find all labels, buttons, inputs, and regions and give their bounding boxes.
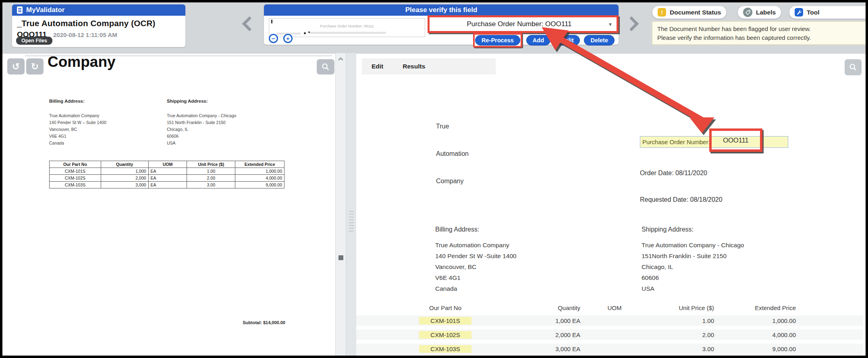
billing-address: True Automation Company 140 Pender St W … xyxy=(435,240,517,294)
document-status-button[interactable]: ! Document Status xyxy=(652,6,727,19)
splitter-grip-icon xyxy=(349,211,354,233)
po-value-highlight-box: OOO111 xyxy=(709,128,762,152)
doc-word-automation: Automation xyxy=(436,150,469,157)
chevron-down-icon: ▾ xyxy=(609,21,612,27)
labels-button[interactable]: Labels xyxy=(737,6,781,19)
left-panel-scrollbar[interactable] xyxy=(335,53,346,356)
scanned-subtotal: Subtotal: $14,000.00 xyxy=(176,320,285,325)
scanned-line-items-table: Our Part No Quantity UOM Unit Price ($) … xyxy=(49,161,284,188)
field-snippet-preview: Purchase Order Number: 00111 xyxy=(269,18,425,37)
review-notice: The Document Number has been flagged for… xyxy=(652,21,866,45)
snippet-zoom-in-button[interactable]: + xyxy=(283,34,293,43)
exclamation-icon: ! xyxy=(658,8,666,17)
line-items-table: Our Part No Quantity UOM Unit Price ($) … xyxy=(356,302,863,356)
scanned-billing-heading: Billing Address: xyxy=(49,99,85,103)
rotate-left-button[interactable]: ↺ xyxy=(7,58,25,74)
scanned-shipping-address: True Automation Company - Chicago 151 No… xyxy=(167,112,236,147)
tools-button[interactable]: Tool xyxy=(789,6,866,19)
doc-word-true: True xyxy=(436,123,449,130)
snippet-zoom-out-button[interactable]: − xyxy=(269,34,278,43)
snippet-text: Purchase Order Number: 00111 xyxy=(269,24,425,28)
previous-field-button[interactable] xyxy=(242,17,257,31)
table-header-row: Our Part No Quantity UOM Unit Price ($) … xyxy=(50,161,284,168)
document-icon xyxy=(17,6,23,14)
field-value-text: Purchase Order Number: OOO111 xyxy=(430,20,609,28)
verify-title: Please verify this field xyxy=(405,6,478,14)
table-row: CXM-103S 3,000 EA 3.00 9,000.00 xyxy=(50,182,284,188)
app-frame: MyValidator _True Automation Company (OC… xyxy=(2,2,866,356)
part-number-highlight: CXM-102S xyxy=(419,331,471,339)
table-row[interactable]: CXM-101S 1,000 EA 1.00 1,000.00 xyxy=(356,315,863,326)
add-button[interactable]: Add xyxy=(526,35,550,46)
rotate-right-button[interactable]: ↻ xyxy=(26,58,44,74)
table-row: CXM-102S 2,000 EA 2.00 4,000.00 xyxy=(50,175,284,182)
po-number-label: Purchase Order Number: xyxy=(642,139,710,145)
table-row[interactable]: CXM-103S 3,000 EA 3.00 9,000.00 xyxy=(356,344,863,354)
document-image-panel: ↺ ↻ Company Billing Address: Shipping Ad… xyxy=(2,53,335,356)
split-button[interactable]: Split xyxy=(554,35,580,46)
panel-splitter[interactable] xyxy=(346,53,356,356)
scanned-shipping-heading: Shipping Address: xyxy=(167,99,208,103)
field-value-dropdown[interactable]: Purchase Order Number: OOO111 ▾ xyxy=(428,15,619,33)
part-number-highlight: CXM-103S xyxy=(419,345,471,353)
extracted-document-panel: Edit Results True Automation Company Pur… xyxy=(356,53,866,356)
table-header-row: Our Part No Quantity UOM Unit Price ($) … xyxy=(359,302,804,313)
open-files-button[interactable]: Open Files xyxy=(16,37,52,45)
verify-card-header: Please verify this field xyxy=(264,4,619,16)
document-info-card: MyValidator _True Automation Company (OC… xyxy=(12,4,185,47)
next-field-button[interactable] xyxy=(624,17,639,31)
part-number-highlight: CXM-101S xyxy=(419,317,471,325)
search-zoom-icon[interactable] xyxy=(317,59,334,74)
po-number-value: OOO111 xyxy=(723,137,749,144)
requested-date: Requested Date: 08/18/2020 xyxy=(640,196,723,203)
shipping-heading: Shipping Address: xyxy=(642,226,694,233)
validator-app: MyValidator _True Automation Company (OC… xyxy=(0,0,868,358)
search-zoom-icon[interactable] xyxy=(845,59,862,75)
table-row[interactable]: CXM-102S 2,000 EA 2.00 4,000.00 xyxy=(356,329,863,340)
delete-button[interactable]: Delete xyxy=(584,35,615,46)
validator-card-header: MyValidator xyxy=(12,4,185,16)
right-panel-tabs: Edit Results xyxy=(362,58,496,74)
notice-line-2: Please verify the information has been c… xyxy=(657,33,863,42)
scanned-billing-address: True Automation Company 140 Pender St W … xyxy=(49,112,106,147)
tab-results[interactable]: Results xyxy=(393,59,435,74)
wrench-icon xyxy=(795,8,803,17)
verify-field-card: Please verify this field Purchase Order … xyxy=(264,4,619,45)
billing-heading: Billing Address: xyxy=(435,226,479,233)
reprocess-highlight-box: Re-Process xyxy=(473,33,522,48)
reprocess-button[interactable]: Re-Process xyxy=(475,35,520,46)
shipping-address: True Automation Company - Chicago 151Nor… xyxy=(642,240,744,294)
document-timestamp: 2020-08-12 1:11:05 AM xyxy=(53,31,117,38)
order-date: Order Date: 08/11/2020 xyxy=(640,170,707,177)
app-title: MyValidator xyxy=(26,6,64,14)
tab-edit[interactable]: Edit xyxy=(362,59,393,74)
doc-word-company: Company xyxy=(436,178,463,185)
field-action-buttons: Re-Process Add Split Delete xyxy=(473,33,615,48)
notice-line-1: The Document Number has been flagged for… xyxy=(657,25,863,33)
scanned-doc-title: Company xyxy=(48,54,116,70)
scrollbar-thumb[interactable] xyxy=(338,255,343,260)
table-row: CXM-101S 1,000 EA 1.00 1,000.00 xyxy=(50,168,284,175)
document-title: _True Automation Company (OCR) xyxy=(12,16,185,28)
scroll-up-icon[interactable] xyxy=(338,57,343,62)
tag-icon xyxy=(743,8,752,17)
